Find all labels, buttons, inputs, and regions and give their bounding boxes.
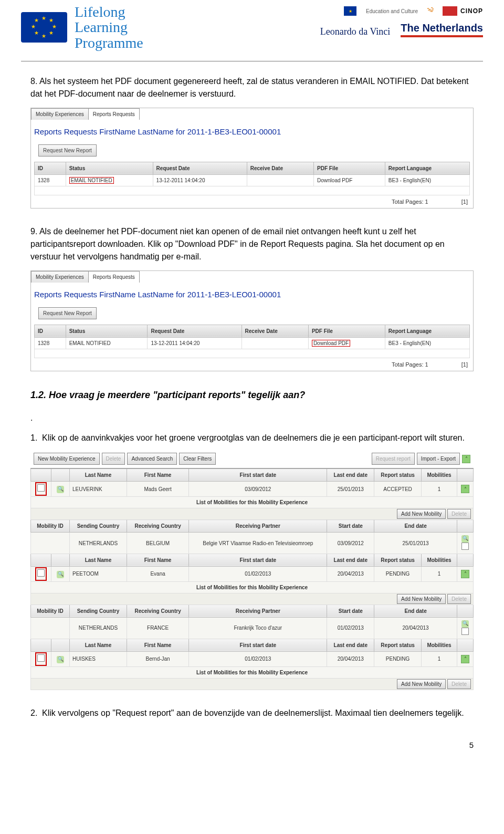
checkbox[interactable] <box>37 484 45 492</box>
ec-text: Education and Culture <box>366 8 418 14</box>
advanced-search-button[interactable]: Advanced Search <box>127 453 177 465</box>
cell-status: PENDING <box>374 651 422 666</box>
col-mobility-id: Mobility ID <box>31 604 70 617</box>
col-status: Status <box>66 325 148 337</box>
col-pdf-file: PDF File <box>308 325 385 337</box>
cell-download-pdf-highlight[interactable]: Download PDF <box>312 340 350 347</box>
tab-reports-requests[interactable]: Reports Requests <box>88 108 140 120</box>
col-end-date: End date <box>374 604 457 617</box>
col-report-status: Report status <box>374 468 422 482</box>
cell-request-date: 13-12-2011 14:04:20 <box>148 337 242 349</box>
reports-table: ID Status Request Date Receive Date PDF … <box>34 162 470 195</box>
cell-lastname: LEUVERINK <box>70 482 127 497</box>
table-row: NETHERLANDS BELGIUM Belgie VRT Vlaamse R… <box>31 533 474 554</box>
magnifier-icon[interactable]: 🔍 <box>461 620 469 628</box>
col-last-end: Last end date <box>327 554 374 566</box>
cell-first-start: 01/02/2013 <box>189 651 327 666</box>
checkbox[interactable] <box>461 543 469 550</box>
cell-firstname: Bernd-Jan <box>127 651 188 666</box>
magnifier-icon[interactable]: 🔍 <box>57 486 64 493</box>
col-start-date: Start date <box>327 604 374 617</box>
leonardo-text: Leonardo da Vinci <box>320 26 391 37</box>
tab-mobility[interactable]: Mobility Experiences <box>31 271 89 283</box>
table-row: 1328 EMAIL NOTIFIED 13-12-2011 14:04:20 … <box>35 337 470 349</box>
col-last-end: Last end date <box>327 468 374 482</box>
request-new-report-button[interactable]: Request New Report <box>38 144 97 157</box>
cinop-text: CINOP <box>460 7 483 15</box>
import-export-button[interactable]: Import - Export <box>417 453 460 465</box>
magnifier-icon[interactable]: 🔍 <box>57 656 64 663</box>
checkbox[interactable] <box>37 654 45 662</box>
report-heading: Reports Requests FirstName LastName for … <box>31 283 473 306</box>
llp-line2: Learning <box>75 19 143 35</box>
col-mobilities: Mobilities <box>421 554 457 566</box>
add-new-mobility-button[interactable]: Add New Mobility <box>397 594 446 604</box>
cell-mobilities: 1 <box>421 566 457 581</box>
col-report-status: Report status <box>374 554 422 566</box>
expand-row-icon[interactable]: ˄ <box>461 570 469 578</box>
expand-row-icon[interactable]: ˄ <box>461 655 469 663</box>
page-1-link[interactable]: [1] <box>461 360 468 369</box>
llp-line3: Programme <box>75 35 143 50</box>
col-mobility-id: Mobility ID <box>31 520 70 533</box>
col-last-name: Last Name <box>70 468 127 482</box>
wave-icon: ༄ <box>427 4 433 18</box>
delete-button[interactable]: Delete <box>447 594 471 604</box>
col-receiving-partner: Receiving Partner <box>189 604 327 617</box>
cell-status: ACCEPTED <box>374 482 422 497</box>
tab-reports-requests[interactable]: Reports Requests <box>88 271 140 283</box>
cell-last-end: 25/01/2013 <box>327 482 374 497</box>
cell-request-date: 13-12-2011 14:04:20 <box>153 174 247 186</box>
col-receive-date: Receive Date <box>247 162 313 174</box>
col-last-name: Last Name <box>70 554 127 566</box>
col-first-name: First Name <box>127 554 188 566</box>
col-first-start: First start date <box>189 554 327 566</box>
paragraph-8: 8. Als het systeem het PDF document gege… <box>30 75 474 100</box>
col-sending-country: Sending Country <box>70 520 127 533</box>
cell-id: 1328 <box>35 337 66 349</box>
col-request-date: Request Date <box>148 325 242 337</box>
cell-end-date: 20/04/2013 <box>374 617 457 639</box>
col-first-start: First start date <box>189 639 327 651</box>
cell-first-start: 03/09/2012 <box>189 482 327 497</box>
page-number: 5 <box>0 741 504 749</box>
eu-flag-icon: ★★ ★★ ★★ ★★ <box>21 12 67 43</box>
add-new-mobility-button[interactable]: Add New Mobility <box>397 679 446 689</box>
magnifier-icon[interactable]: 🔍 <box>461 535 469 543</box>
page-1-link[interactable]: [1] <box>461 197 468 206</box>
checkbox[interactable] <box>461 628 469 635</box>
list-number-1: 1. <box>30 432 42 444</box>
col-report-status: Report status <box>374 639 422 651</box>
request-report-button[interactable]: Request report <box>372 453 415 465</box>
table-row: 🔍 LEUVERINK Mads Geert 03/09/2012 25/01/… <box>31 482 474 497</box>
cell-status: PENDING <box>374 566 422 581</box>
participants-table: Last Name First Name First start date La… <box>30 468 474 690</box>
cell-end-date: 25/01/2013 <box>374 533 457 554</box>
cell-last-end: 20/04/2013 <box>327 566 374 581</box>
screenshot-1: Mobility Experiences Reports Requests Re… <box>30 108 474 208</box>
cell-lastname: PEETOOM <box>70 566 127 581</box>
col-status: Status <box>66 162 153 174</box>
report-heading: Reports Requests FirstName LastName for … <box>31 120 473 143</box>
llp-line1: Lifelong <box>75 4 143 19</box>
magnifier-icon[interactable]: 🔍 <box>57 571 64 578</box>
clear-filters-button[interactable]: Clear Filters <box>179 453 216 465</box>
expand-row-icon[interactable]: ˄ <box>461 485 469 493</box>
delete-button[interactable]: Delete <box>447 679 471 689</box>
delete-button[interactable]: Delete <box>447 509 471 519</box>
request-new-report-button[interactable]: Request New Report <box>38 307 97 319</box>
checkbox[interactable] <box>37 569 45 577</box>
cell-mobilities: 1 <box>421 651 457 666</box>
cell-status-highlight: EMAIL NOTIFIED <box>69 177 114 184</box>
collapse-arrow-icon[interactable]: ˄ <box>462 455 470 463</box>
cell-lang: BE3 - English(EN) <box>385 174 469 186</box>
tab-mobility[interactable]: Mobility Experiences <box>31 108 89 120</box>
delete-button[interactable]: Delete <box>102 453 125 465</box>
new-mobility-button[interactable]: New Mobility Experience <box>34 453 100 465</box>
add-new-mobility-button[interactable]: Add New Mobility <box>397 509 446 519</box>
col-receiving-country: Receiving Country <box>127 520 188 533</box>
cell-recv-partner: Belgie VRT Vlaamse Radio-en Televisieomr… <box>189 533 327 554</box>
cinop-red-icon <box>443 6 457 16</box>
cell-download-pdf[interactable]: Download PDF <box>314 174 385 186</box>
col-first-name: First Name <box>127 639 188 651</box>
